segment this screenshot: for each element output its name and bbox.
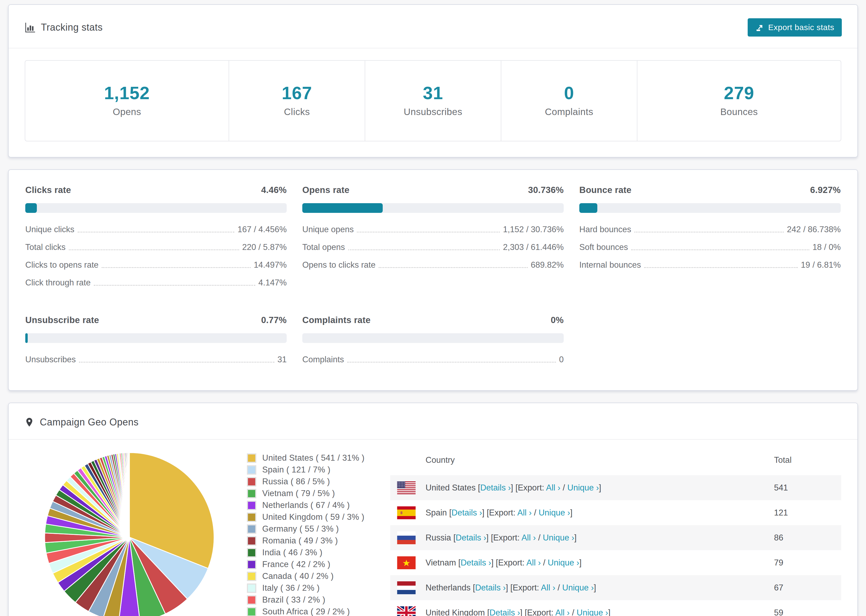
complaints-rate-section: Complaints rate 0% Complaints0: [302, 315, 564, 372]
legend-item: Spain ( 121 / 7% ): [247, 464, 364, 476]
opens-rate-value: 30.736%: [528, 185, 564, 195]
legend-item: United Kingdom ( 59 / 3% ): [247, 511, 364, 523]
details-link[interactable]: Details ›: [490, 608, 520, 616]
export-all-link[interactable]: All ›: [541, 583, 555, 592]
export-unique-link[interactable]: Unique ›: [548, 558, 579, 567]
legend-swatch: [247, 477, 256, 486]
geo-header: Campaign Geo Opens: [9, 403, 857, 440]
stat-opens: 1,152 Opens: [25, 61, 229, 141]
unsubscribe-rate-progressbar: [25, 333, 287, 343]
legend-swatch: [247, 548, 256, 558]
stat-clicks: 167 Clicks: [229, 61, 365, 141]
rate-row: Total clicks220 / 5.87%: [25, 242, 287, 252]
export-button-label: Export basic stats: [768, 23, 834, 32]
legend-label: Spain ( 121 / 7% ): [262, 465, 331, 475]
export-all-link[interactable]: All ›: [555, 608, 570, 616]
rate-row: Unique opens1,152 / 30.736%: [302, 225, 564, 234]
clicks-rate-title: Clicks rate: [25, 185, 71, 195]
legend-label: Russia ( 86 / 5% ): [262, 477, 330, 486]
geo-pie-chart: [42, 450, 217, 616]
map-pin-icon: [24, 417, 35, 427]
rate-row: Total opens2,303 / 61.446%: [302, 242, 564, 252]
legend-swatch: [247, 560, 256, 569]
geo-total-value: 59: [774, 608, 841, 616]
complaints-rate-progressbar: [302, 333, 564, 343]
details-link[interactable]: Details ›: [456, 533, 486, 542]
export-unique-link[interactable]: Unique ›: [576, 608, 608, 616]
rate-row: Unique clicks167 / 4.456%: [25, 225, 287, 234]
legend-label: South Africa ( 29 / 2% ): [262, 607, 350, 616]
export-icon: [755, 23, 764, 32]
country-cell: United States [Details ›] [Export: All ›…: [425, 483, 774, 493]
legend-label: Romania ( 49 / 3% ): [262, 536, 338, 545]
unsubscribe-rate-title: Unsubscribe rate: [25, 315, 99, 325]
flag-icon-nl: [397, 581, 416, 594]
flag-icon-gb: [397, 606, 416, 616]
legend-swatch: [247, 595, 256, 605]
export-all-link[interactable]: All ›: [546, 483, 560, 492]
flag-icon-us: [397, 481, 416, 494]
export-basic-stats-button[interactable]: Export basic stats: [748, 18, 842, 36]
details-link[interactable]: Details ›: [480, 483, 511, 492]
legend-label: United Kingdom ( 59 / 3% ): [262, 512, 364, 522]
tracking-stats-header: Tracking stats Export basic stats: [9, 5, 857, 49]
geo-body: United States ( 541 / 31% )Spain ( 121 /…: [9, 440, 857, 616]
export-unique-link[interactable]: Unique ›: [567, 483, 599, 492]
export-unique-link[interactable]: Unique ›: [562, 583, 594, 592]
legend-item: France ( 42 / 2% ): [247, 558, 364, 570]
total-column-header: Total: [774, 455, 841, 465]
rates-card: Clicks rate 4.46% Unique clicks167 / 4.4…: [8, 169, 858, 391]
export-all-link[interactable]: All ›: [526, 558, 540, 567]
campaign-geo-opens-card: Campaign Geo Opens United States ( 541 /…: [8, 402, 858, 616]
rate-row: Soft bounces18 / 0%: [579, 242, 841, 252]
legend-label: Vietnam ( 79 / 5% ): [262, 489, 335, 498]
legend-label: United States ( 541 / 31% ): [262, 453, 364, 463]
geo-table-row: Spain [Details ›] [Export: All › / Uniqu…: [390, 500, 841, 525]
legend-label: Netherlands ( 67 / 4% ): [262, 500, 350, 510]
rate-row: Opens to clicks rate689.82%: [302, 260, 564, 270]
export-unique-link[interactable]: Unique ›: [543, 533, 574, 542]
tracking-stats-card: Tracking stats Export basic stats 1,152 …: [8, 4, 858, 157]
page-title-text: Tracking stats: [41, 22, 103, 33]
rate-row: Complaints0: [302, 355, 564, 365]
geo-table-row: United Kingdom [Details ›] [Export: All …: [390, 600, 841, 616]
legend-item: Vietnam ( 79 / 5% ): [247, 487, 364, 499]
rate-row: Hard bounces242 / 86.738%: [579, 225, 841, 234]
country-cell: Spain [Details ›] [Export: All › / Uniqu…: [425, 508, 774, 518]
rate-row: Internal bounces19 / 6.81%: [579, 260, 841, 270]
geo-table-row: Russia [Details ›] [Export: All › / Uniq…: [390, 525, 841, 550]
legend-swatch: [247, 501, 256, 510]
rate-row: Click through rate4.147%: [25, 278, 287, 288]
geo-table-header: Country Total: [390, 449, 841, 475]
flag-icon-ru: [397, 531, 416, 544]
legend-label: Canada ( 40 / 2% ): [262, 571, 334, 581]
geo-total-value: 86: [774, 533, 841, 543]
opens-rate-section: Opens rate 30.736% Unique opens1,152 / 3…: [302, 185, 564, 295]
geo-legend: United States ( 541 / 31% )Spain ( 121 /…: [247, 452, 364, 616]
legend-label: Germany ( 55 / 3% ): [262, 524, 339, 534]
legend-swatch: [247, 607, 256, 616]
geo-table: Country Total United States [Details ›] …: [390, 449, 841, 616]
geo-title: Campaign Geo Opens: [24, 416, 139, 428]
opens-rate-title: Opens rate: [302, 185, 350, 195]
legend-item: Canada ( 40 / 2% ): [247, 570, 364, 582]
details-link[interactable]: Details ›: [452, 508, 482, 517]
bounce-rate-progressbar: [579, 203, 841, 213]
rate-row: Unsubscribes31: [25, 355, 287, 365]
geo-table-row: Vietnam [Details ›] [Export: All › / Uni…: [390, 550, 841, 575]
legend-item: Netherlands ( 67 / 4% ): [247, 499, 364, 511]
legend-item: Germany ( 55 / 3% ): [247, 523, 364, 535]
complaints-rate-title: Complaints rate: [302, 315, 371, 325]
export-all-link[interactable]: All ›: [517, 508, 531, 517]
page-title: Tracking stats: [24, 22, 103, 33]
geo-total-value: 79: [774, 558, 841, 567]
legend-item: India ( 46 / 3% ): [247, 547, 364, 558]
complaints-rate-value: 0%: [551, 315, 564, 325]
export-all-link[interactable]: All ›: [521, 533, 536, 542]
details-link[interactable]: Details ›: [461, 558, 491, 567]
export-unique-link[interactable]: Unique ›: [539, 508, 570, 517]
details-link[interactable]: Details ›: [475, 583, 506, 592]
geo-total-value: 541: [774, 483, 841, 493]
clicks-rate-value: 4.46%: [261, 185, 287, 195]
legend-label: France ( 42 / 2% ): [262, 559, 331, 569]
